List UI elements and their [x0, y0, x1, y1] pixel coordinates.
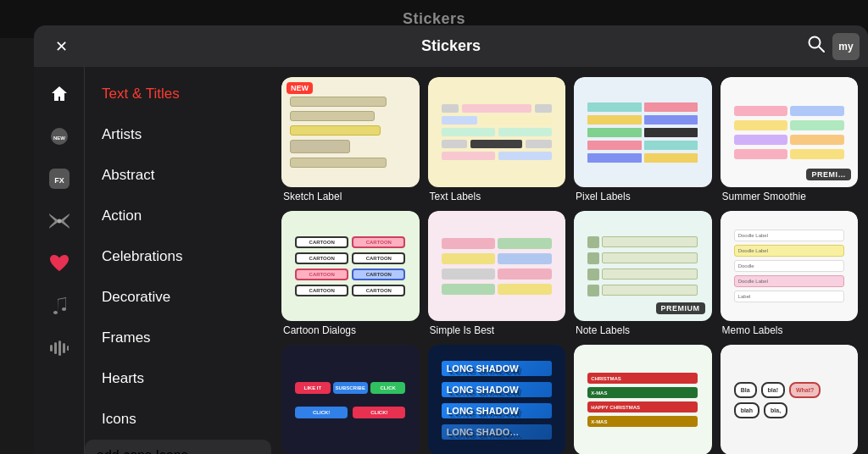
svg-rect-10: [63, 343, 65, 353]
sketch-label-name: Sketch Label: [281, 191, 420, 202]
text-labels-name: Text Labels: [428, 191, 566, 202]
simple-is-best-preview: [435, 231, 559, 302]
new-rail-icon[interactable]: NEW: [41, 118, 78, 155]
svg-line-1: [819, 47, 824, 52]
summer-smoothie-preview: [727, 99, 851, 166]
content-area: NEW FX: [34, 67, 868, 454]
note-labels-preview: [581, 230, 704, 303]
home-rail-icon[interactable]: [41, 75, 78, 113]
audio-rail-icon[interactable]: [41, 329, 78, 367]
sticker-grid: NEW Sketch Label: [281, 77, 858, 454]
category-action[interactable]: Action: [85, 196, 271, 236]
premium-badge-note: PREMIUM: [656, 302, 705, 314]
christmas-preview: CHRISTMAS X-MAS HAPPY CHRISTMAS X-MAS: [581, 366, 704, 434]
category-frames[interactable]: Frames: [85, 318, 271, 358]
modal-header: ✕ Stickers my: [34, 25, 868, 67]
sidebar: NEW FX: [34, 67, 271, 454]
sticker-blah-blah[interactable]: Bla bla! What? blah bla,: [721, 345, 859, 454]
simple-is-best-name: Simple Is Best: [428, 324, 566, 336]
long-shadow-preview: LONG SHADOW LONG SHADOW LONG SHADOW LONG…: [435, 354, 559, 446]
category-celebrations[interactable]: Celebrations: [85, 236, 271, 277]
sticker-sketch-label[interactable]: NEW Sketch Label: [281, 77, 420, 202]
sticker-action-buttons[interactable]: LIKE IT SUBSCRIBE CLICK CLICK! CLICK!: [281, 345, 420, 454]
premium-badge: PREMI…: [806, 169, 851, 180]
add-icons-text: add cons Icons: [97, 448, 188, 454]
stickers-modal: ✕ Stickers my NEW: [34, 25, 868, 454]
cartoon-dialogs-preview: CARTOONCARTOON CARTOONCARTOON CARTOONCAR…: [288, 230, 412, 303]
new-badge: NEW: [287, 82, 313, 94]
fx-rail-icon[interactable]: FX: [41, 160, 78, 197]
sticker-christmas[interactable]: CHRISTMAS X-MAS HAPPY CHRISTMAS X-MAS: [574, 345, 712, 454]
svg-text:NEW: NEW: [53, 136, 65, 141]
sketch-label-preview: [281, 88, 420, 176]
pixel-labels-name: Pixel Labels: [574, 191, 712, 202]
category-decorative[interactable]: Decorative: [85, 277, 271, 318]
sticker-long-shadow[interactable]: LONG SHADOW LONG SHADOW LONG SHADOW LONG…: [428, 345, 566, 454]
category-text-titles[interactable]: Text & Titles: [85, 74, 271, 114]
icon-rail: NEW FX: [34, 67, 85, 454]
memo-labels-preview: Doodle Label Doodle Label Doodle Doodle …: [727, 223, 851, 309]
modal-title: Stickers: [421, 37, 481, 55]
action-buttons-preview: LIKE IT SUBSCRIBE CLICK CLICK! CLICK!: [288, 375, 412, 425]
category-list: Text & Titles Artists Abstract Action Ce…: [85, 67, 271, 454]
category-icons[interactable]: Icons: [85, 399, 271, 440]
summer-smoothie-name: Summer Smoothie: [721, 191, 859, 202]
memo-labels-name: Memo Labels: [721, 324, 859, 336]
category-artists[interactable]: Artists: [85, 114, 271, 155]
svg-rect-9: [58, 340, 61, 356]
sticker-summer-smoothie[interactable]: PREMI… Summer Smoothie: [721, 77, 859, 202]
music-rail-icon[interactable]: [41, 287, 78, 324]
text-labels-preview: [435, 97, 559, 167]
bow-rail-icon[interactable]: [41, 202, 78, 240]
category-abstract[interactable]: Abstract: [85, 155, 271, 196]
cartoon-dialogs-name: Cartoon Dialogs: [281, 324, 420, 336]
sticker-note-labels[interactable]: PREMIUM Note Labels: [574, 211, 712, 336]
sticker-grid-area[interactable]: NEW Sketch Label: [271, 67, 868, 454]
note-labels-name: Note Labels: [574, 324, 712, 336]
sticker-memo-labels[interactable]: Doodle Label Doodle Label Doodle Doodle …: [721, 211, 859, 336]
category-hearts[interactable]: Hearts: [85, 358, 271, 399]
svg-point-6: [57, 219, 61, 224]
svg-rect-11: [67, 346, 69, 351]
pixel-labels-preview: [581, 96, 704, 169]
add-icons-button[interactable]: add cons Icons: [85, 440, 271, 454]
user-avatar[interactable]: my: [832, 33, 860, 60]
svg-rect-8: [54, 342, 57, 354]
svg-text:FX: FX: [54, 176, 64, 185]
close-button[interactable]: ✕: [47, 33, 75, 60]
sticker-simple-is-best[interactable]: Simple Is Best: [428, 211, 566, 336]
svg-rect-7: [50, 345, 53, 352]
blah-blah-preview: Bla bla! What? blah bla,: [727, 375, 851, 425]
sticker-pixel-labels[interactable]: Pixel Labels: [574, 77, 712, 202]
sticker-cartoon-dialogs[interactable]: CARTOONCARTOON CARTOONCARTOON CARTOONCAR…: [281, 211, 420, 336]
sticker-text-labels[interactable]: Text Labels: [428, 77, 566, 202]
search-button[interactable]: [807, 35, 826, 58]
heart-rail-icon[interactable]: [41, 245, 78, 282]
